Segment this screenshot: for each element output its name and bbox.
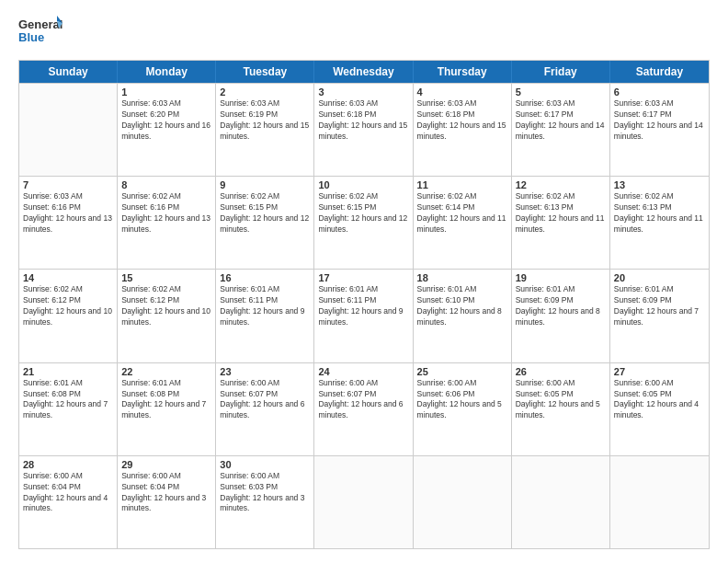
- day-info: Sunrise: 6:03 AM Sunset: 6:18 PM Dayligh…: [318, 98, 408, 143]
- day-info: Sunrise: 6:02 AM Sunset: 6:13 PM Dayligh…: [614, 191, 705, 236]
- weekday-header: Wednesday: [314, 61, 413, 83]
- calendar-cell: 1 Sunrise: 6:03 AM Sunset: 6:20 PM Dayli…: [118, 84, 216, 176]
- calendar-cell: 19 Sunrise: 6:01 AM Sunset: 6:09 PM Dayl…: [512, 270, 610, 362]
- day-number: 6: [614, 86, 705, 98]
- calendar-cell: 29 Sunrise: 6:00 AM Sunset: 6:04 PM Dayl…: [118, 456, 216, 548]
- day-info: Sunrise: 6:03 AM Sunset: 6:18 PM Dayligh…: [417, 98, 507, 143]
- calendar-row: 1 Sunrise: 6:03 AM Sunset: 6:20 PM Dayli…: [19, 83, 709, 176]
- calendar-row: 28 Sunrise: 6:00 AM Sunset: 6:04 PM Dayl…: [19, 455, 709, 548]
- day-number: 24: [318, 366, 408, 377]
- day-number: 15: [121, 272, 211, 283]
- day-number: 19: [516, 272, 606, 283]
- day-number: 17: [318, 272, 408, 283]
- day-number: 16: [220, 272, 310, 283]
- calendar-cell: 11 Sunrise: 6:02 AM Sunset: 6:14 PM Dayl…: [414, 177, 512, 269]
- day-info: Sunrise: 6:02 AM Sunset: 6:12 PM Dayligh…: [121, 284, 211, 328]
- calendar-cell: 16 Sunrise: 6:01 AM Sunset: 6:11 PM Dayl…: [216, 270, 314, 362]
- day-info: Sunrise: 6:00 AM Sunset: 6:04 PM Dayligh…: [121, 471, 211, 515]
- calendar-cell: 27 Sunrise: 6:00 AM Sunset: 6:05 PM Dayl…: [610, 363, 709, 455]
- day-info: Sunrise: 6:00 AM Sunset: 6:05 PM Dayligh…: [614, 378, 705, 422]
- calendar-row: 21 Sunrise: 6:01 AM Sunset: 6:08 PM Dayl…: [19, 362, 709, 455]
- day-info: Sunrise: 6:01 AM Sunset: 6:11 PM Dayligh…: [220, 284, 310, 328]
- day-info: Sunrise: 6:01 AM Sunset: 6:09 PM Dayligh…: [614, 284, 705, 328]
- day-number: 5: [516, 86, 606, 98]
- day-info: Sunrise: 6:03 AM Sunset: 6:19 PM Dayligh…: [220, 98, 310, 143]
- calendar-cell: 12 Sunrise: 6:02 AM Sunset: 6:13 PM Dayl…: [512, 177, 610, 269]
- calendar: SundayMondayTuesdayWednesdayThursdayFrid…: [18, 60, 710, 549]
- calendar-cell: 30 Sunrise: 6:00 AM Sunset: 6:03 PM Dayl…: [216, 456, 314, 548]
- day-info: Sunrise: 6:00 AM Sunset: 6:07 PM Dayligh…: [318, 378, 408, 422]
- day-info: Sunrise: 6:02 AM Sunset: 6:15 PM Dayligh…: [220, 191, 310, 236]
- weekday-header: Friday: [512, 61, 610, 83]
- day-number: 30: [220, 459, 310, 470]
- calendar-cell: 15 Sunrise: 6:02 AM Sunset: 6:12 PM Dayl…: [118, 270, 216, 362]
- day-info: Sunrise: 6:00 AM Sunset: 6:04 PM Dayligh…: [23, 471, 113, 515]
- calendar-cell: 4 Sunrise: 6:03 AM Sunset: 6:18 PM Dayli…: [414, 84, 512, 176]
- day-info: Sunrise: 6:02 AM Sunset: 6:14 PM Dayligh…: [417, 191, 507, 236]
- calendar-cell: 21 Sunrise: 6:01 AM Sunset: 6:08 PM Dayl…: [19, 363, 118, 455]
- calendar-cell: 17 Sunrise: 6:01 AM Sunset: 6:11 PM Dayl…: [314, 270, 413, 362]
- logo: General Blue: [18, 14, 64, 51]
- calendar-cell: 20 Sunrise: 6:01 AM Sunset: 6:09 PM Dayl…: [610, 270, 709, 362]
- day-info: Sunrise: 6:00 AM Sunset: 6:05 PM Dayligh…: [516, 378, 606, 422]
- day-number: 10: [318, 179, 408, 190]
- day-info: Sunrise: 6:01 AM Sunset: 6:08 PM Dayligh…: [23, 378, 113, 422]
- weekday-header: Saturday: [610, 61, 709, 83]
- day-info: Sunrise: 6:01 AM Sunset: 6:10 PM Dayligh…: [417, 284, 507, 328]
- calendar-body: 1 Sunrise: 6:03 AM Sunset: 6:20 PM Dayli…: [19, 83, 709, 548]
- calendar-cell: 2 Sunrise: 6:03 AM Sunset: 6:19 PM Dayli…: [216, 84, 314, 176]
- calendar-row: 7 Sunrise: 6:03 AM Sunset: 6:16 PM Dayli…: [19, 176, 709, 269]
- calendar-cell: 22 Sunrise: 6:01 AM Sunset: 6:08 PM Dayl…: [118, 363, 216, 455]
- day-number: 14: [23, 272, 113, 283]
- day-info: Sunrise: 6:01 AM Sunset: 6:08 PM Dayligh…: [121, 378, 211, 422]
- calendar-cell: 8 Sunrise: 6:02 AM Sunset: 6:16 PM Dayli…: [118, 177, 216, 269]
- calendar-cell: 14 Sunrise: 6:02 AM Sunset: 6:12 PM Dayl…: [19, 270, 118, 362]
- day-number: 20: [614, 272, 705, 283]
- day-info: Sunrise: 6:02 AM Sunset: 6:15 PM Dayligh…: [318, 191, 408, 236]
- day-number: 9: [220, 179, 310, 190]
- day-info: Sunrise: 6:01 AM Sunset: 6:11 PM Dayligh…: [318, 284, 408, 328]
- calendar-cell: [512, 456, 610, 548]
- calendar-cell: 26 Sunrise: 6:00 AM Sunset: 6:05 PM Dayl…: [512, 363, 610, 455]
- day-number: 2: [220, 86, 310, 98]
- calendar-cell: 7 Sunrise: 6:03 AM Sunset: 6:16 PM Dayli…: [19, 177, 118, 269]
- header: General Blue: [18, 14, 710, 51]
- weekday-header: Sunday: [19, 61, 118, 83]
- calendar-cell: 24 Sunrise: 6:00 AM Sunset: 6:07 PM Dayl…: [314, 363, 413, 455]
- calendar-row: 14 Sunrise: 6:02 AM Sunset: 6:12 PM Dayl…: [19, 269, 709, 362]
- calendar-cell: 9 Sunrise: 6:02 AM Sunset: 6:15 PM Dayli…: [216, 177, 314, 269]
- day-info: Sunrise: 6:03 AM Sunset: 6:17 PM Dayligh…: [614, 98, 705, 143]
- day-info: Sunrise: 6:02 AM Sunset: 6:16 PM Dayligh…: [121, 191, 211, 236]
- day-number: 29: [121, 459, 211, 470]
- calendar-cell: [414, 456, 512, 548]
- day-number: 1: [121, 86, 211, 98]
- day-number: 7: [23, 179, 113, 190]
- day-info: Sunrise: 6:03 AM Sunset: 6:16 PM Dayligh…: [23, 191, 113, 236]
- day-info: Sunrise: 6:02 AM Sunset: 6:13 PM Dayligh…: [516, 191, 606, 236]
- calendar-cell: 23 Sunrise: 6:00 AM Sunset: 6:07 PM Dayl…: [216, 363, 314, 455]
- day-number: 13: [614, 179, 705, 190]
- day-number: 28: [23, 459, 113, 470]
- weekday-header: Tuesday: [216, 61, 314, 83]
- day-number: 8: [121, 179, 211, 190]
- svg-text:Blue: Blue: [18, 30, 44, 44]
- calendar-cell: 6 Sunrise: 6:03 AM Sunset: 6:17 PM Dayli…: [610, 84, 709, 176]
- calendar-cell: 5 Sunrise: 6:03 AM Sunset: 6:17 PM Dayli…: [512, 84, 610, 176]
- day-number: 22: [121, 366, 211, 377]
- day-number: 26: [516, 366, 606, 377]
- day-number: 18: [417, 272, 507, 283]
- calendar-cell: 25 Sunrise: 6:00 AM Sunset: 6:06 PM Dayl…: [414, 363, 512, 455]
- day-info: Sunrise: 6:01 AM Sunset: 6:09 PM Dayligh…: [516, 284, 606, 328]
- calendar-cell: 10 Sunrise: 6:02 AM Sunset: 6:15 PM Dayl…: [314, 177, 413, 269]
- calendar-cell: [610, 456, 709, 548]
- day-number: 3: [318, 86, 408, 98]
- day-number: 21: [23, 366, 113, 377]
- page: General Blue SundayMondayTuesdayWednesda…: [0, 0, 728, 563]
- calendar-cell: 18 Sunrise: 6:01 AM Sunset: 6:10 PM Dayl…: [414, 270, 512, 362]
- day-number: 25: [417, 366, 507, 377]
- logo-svg: General Blue: [18, 14, 64, 51]
- day-number: 4: [417, 86, 507, 98]
- calendar-header: SundayMondayTuesdayWednesdayThursdayFrid…: [19, 61, 709, 83]
- calendar-cell: 13 Sunrise: 6:02 AM Sunset: 6:13 PM Dayl…: [610, 177, 709, 269]
- day-info: Sunrise: 6:03 AM Sunset: 6:20 PM Dayligh…: [121, 98, 211, 143]
